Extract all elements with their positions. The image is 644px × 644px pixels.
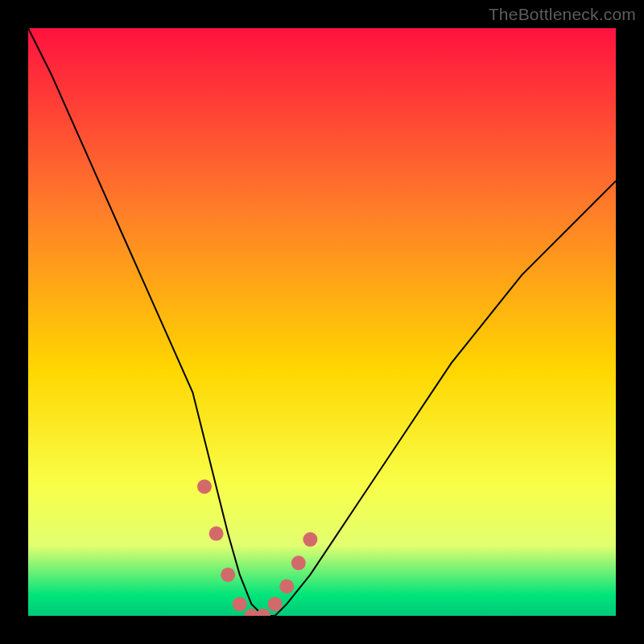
chart-frame: TheBottleneck.com [0, 0, 644, 644]
highlight-marker [291, 555, 306, 570]
highlight-marker [221, 568, 235, 582]
highlight-marker [209, 526, 224, 541]
highlight-marker [233, 597, 247, 611]
plot-area [28, 28, 616, 616]
highlight-marker [197, 479, 212, 493]
chart-svg [28, 28, 616, 616]
watermark-text: TheBottleneck.com [489, 5, 636, 24]
gradient-bg [28, 28, 616, 616]
highlight-marker [303, 532, 317, 547]
highlight-marker [279, 580, 294, 594]
highlight-marker [268, 597, 283, 611]
